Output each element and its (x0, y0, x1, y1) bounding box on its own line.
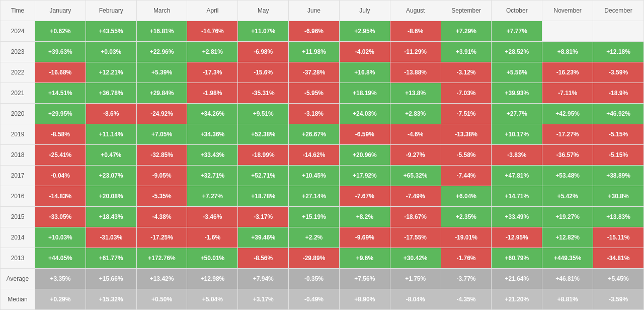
data-cell: +33.49% (492, 207, 542, 227)
data-table: TimeJanuaryFebruaryMarchAprilMayJuneJuly… (0, 0, 644, 310)
year-cell: 2019 (1, 124, 35, 145)
data-cell: -18.67% (390, 207, 441, 227)
data-cell: +47.81% (492, 166, 542, 186)
data-cell: -1.6% (187, 227, 238, 248)
data-cell: +34.26% (187, 104, 238, 124)
data-cell: -6.98% (238, 42, 289, 62)
data-cell: +20.08% (86, 186, 136, 207)
data-cell: +23.07% (86, 166, 136, 186)
data-cell: +5.56% (492, 62, 542, 83)
data-cell: +12.21% (86, 62, 136, 83)
data-cell: -17.55% (390, 227, 441, 248)
data-cell: +14.51% (35, 83, 86, 104)
data-cell: +0.62% (35, 21, 86, 42)
data-cell: +50.01% (187, 248, 238, 269)
data-cell: -15.11% (593, 227, 644, 248)
data-cell: +13.83% (593, 207, 644, 227)
data-cell: -9.69% (339, 227, 390, 248)
data-cell: +52.71% (238, 166, 289, 186)
data-cell: -5.15% (593, 124, 644, 145)
table-body: 2024+0.62%+43.55%+16.81%-14.76%+11.07%-6… (1, 21, 644, 310)
data-cell: +53.48% (542, 166, 593, 186)
data-cell: +3.91% (441, 42, 492, 62)
median-cell: -0.49% (289, 289, 340, 310)
data-cell: +52.38% (238, 124, 289, 145)
data-cell: -37.28% (289, 62, 340, 83)
header-time: Time (1, 1, 35, 21)
data-cell: +11.07% (238, 21, 289, 42)
data-cell: -8.56% (238, 248, 289, 269)
data-cell: -8.58% (35, 124, 86, 145)
data-cell: -16.23% (542, 62, 593, 83)
year-cell: 2013 (1, 248, 35, 269)
median-cell: -3.59% (593, 289, 644, 310)
table-row: 2017-0.04%+23.07%-9.05%+32.71%+52.71%+10… (1, 166, 644, 186)
data-cell: -8.6% (390, 21, 441, 42)
average-row: Average+3.35%+15.66%+13.42%+12.98%+7.94%… (1, 269, 644, 289)
data-cell: -3.17% (238, 207, 289, 227)
median-cell: +8.90% (339, 289, 390, 310)
data-cell: +12.18% (593, 42, 644, 62)
data-cell: -35.31% (238, 83, 289, 104)
data-cell: +24.03% (339, 104, 390, 124)
data-cell (593, 21, 644, 42)
median-cell: +8.81% (542, 289, 593, 310)
average-cell: +5.45% (593, 269, 644, 289)
data-cell: -33.05% (35, 207, 86, 227)
data-cell: +9.51% (238, 104, 289, 124)
data-cell: -3.46% (187, 207, 238, 227)
data-cell: +11.14% (86, 124, 136, 145)
data-cell: -8.6% (86, 104, 136, 124)
header-month-november: November (542, 1, 593, 21)
data-cell: +16.81% (136, 21, 187, 42)
data-cell: +39.93% (492, 83, 542, 104)
header-month-december: December (593, 1, 644, 21)
data-cell: +16.8% (339, 62, 390, 83)
table-row: 2022-16.68%+12.21%+5.39%-17.3%-15.6%-37.… (1, 62, 644, 83)
header-month-march: March (136, 1, 187, 21)
data-cell: +18.19% (339, 83, 390, 104)
data-cell: +2.2% (289, 227, 340, 248)
year-cell: 2022 (1, 62, 35, 83)
header-month-june: June (289, 1, 340, 21)
data-cell: +2.83% (390, 104, 441, 124)
data-cell: -5.58% (441, 145, 492, 166)
data-cell: -11.29% (390, 42, 441, 62)
data-cell: -7.11% (542, 83, 593, 104)
data-cell: -13.38% (441, 124, 492, 145)
header-month-july: July (339, 1, 390, 21)
data-cell: -5.15% (593, 145, 644, 166)
year-cell: 2015 (1, 207, 35, 227)
data-cell: -9.05% (136, 166, 187, 186)
data-cell: -31.03% (86, 227, 136, 248)
data-cell: +2.95% (339, 21, 390, 42)
data-cell: -1.76% (441, 248, 492, 269)
data-cell: +18.78% (238, 186, 289, 207)
data-cell: +0.47% (86, 145, 136, 166)
table-row: 2018-25.41%+0.47%-32.85%+33.43%-18.99%-1… (1, 145, 644, 166)
data-cell: -25.41% (35, 145, 86, 166)
table-row: 2024+0.62%+43.55%+16.81%-14.76%+11.07%-6… (1, 21, 644, 42)
data-cell: -3.83% (492, 145, 542, 166)
data-cell: -6.96% (289, 21, 340, 42)
data-cell: +14.71% (492, 186, 542, 207)
data-cell: -4.02% (339, 42, 390, 62)
data-cell: +15.19% (289, 207, 340, 227)
data-cell: +6.04% (441, 186, 492, 207)
data-cell: +39.46% (238, 227, 289, 248)
data-cell: +44.05% (35, 248, 86, 269)
data-cell: +29.95% (35, 104, 86, 124)
data-cell: +34.36% (187, 124, 238, 145)
data-cell: -32.85% (136, 145, 187, 166)
data-cell: +17.92% (339, 166, 390, 186)
average-cell: +1.75% (390, 269, 441, 289)
data-cell: +13.8% (390, 83, 441, 104)
data-cell: -7.44% (441, 166, 492, 186)
table-row: 2013+44.05%+61.77%+172.76%+50.01%-8.56%-… (1, 248, 644, 269)
header-row: TimeJanuaryFebruaryMarchAprilMayJuneJuly… (1, 1, 644, 21)
data-cell: -7.67% (339, 186, 390, 207)
data-cell: -24.92% (136, 104, 187, 124)
data-cell: +22.96% (136, 42, 187, 62)
data-cell: +8.2% (339, 207, 390, 227)
data-cell: -3.12% (441, 62, 492, 83)
